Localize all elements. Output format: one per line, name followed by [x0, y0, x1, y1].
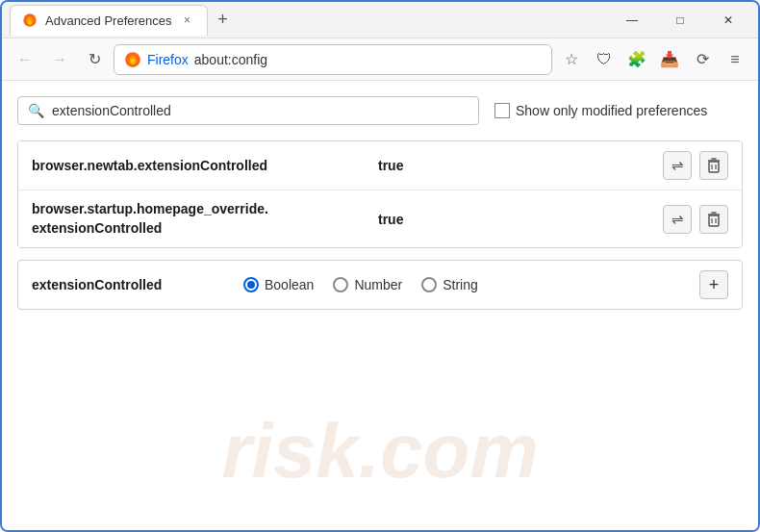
tab-favicon-icon	[22, 13, 38, 28]
type-string-option[interactable]: String	[421, 277, 478, 292]
browser-toolbar: ← → ↻ Firefox about:config ☆ 🛡 🧩 📥 ⟳ ≡	[2, 38, 758, 81]
type-boolean-option[interactable]: Boolean	[243, 277, 314, 292]
results-table: browser.newtab.extensionControlled true …	[17, 140, 743, 248]
delete-button-2[interactable]	[699, 205, 728, 234]
tab-title: Advanced Preferences	[45, 13, 172, 28]
show-modified-checkbox[interactable]	[494, 103, 510, 118]
address-url: about:config	[194, 52, 267, 67]
menu-icon[interactable]: ≡	[720, 44, 750, 75]
maximize-button[interactable]: □	[658, 5, 702, 36]
row-actions-1: ⇌	[663, 151, 728, 180]
reload-button[interactable]: ↻	[79, 44, 110, 75]
close-window-button[interactable]: ✕	[706, 5, 750, 36]
svg-point-5	[131, 58, 136, 63]
download-icon[interactable]: 📥	[654, 44, 685, 75]
title-bar: Advanced Preferences × + — □ ✕	[2, 2, 758, 38]
search-field-wrap[interactable]: 🔍	[17, 96, 479, 125]
search-icon: 🔍	[28, 103, 44, 118]
new-pref-name-label: extensionControlled	[32, 277, 224, 292]
boolean-label: Boolean	[265, 277, 314, 292]
pref-name-1: browser.newtab.extensionControlled	[32, 158, 378, 173]
address-bar[interactable]: Firefox about:config	[114, 44, 552, 75]
table-row: browser.startup.homepage_override.extens…	[18, 190, 742, 247]
forward-button[interactable]: →	[44, 44, 75, 75]
row-actions-2: ⇌	[663, 205, 728, 234]
type-number-option[interactable]: Number	[333, 277, 402, 292]
close-tab-button[interactable]: ×	[180, 13, 195, 28]
new-tab-button[interactable]: +	[210, 7, 237, 34]
browser-tab[interactable]: Advanced Preferences ×	[10, 5, 208, 36]
show-modified-label: Show only modified preferences	[516, 103, 707, 118]
minimize-button[interactable]: —	[610, 5, 654, 36]
main-content: 🔍 Show only modified preferences browser…	[2, 81, 758, 532]
search-row: 🔍 Show only modified preferences	[17, 96, 743, 125]
boolean-radio[interactable]	[243, 277, 259, 292]
add-preference-button[interactable]: +	[699, 270, 728, 299]
search-input[interactable]	[52, 103, 469, 118]
watermark: risk.com	[221, 407, 538, 495]
show-modified-filter[interactable]: Show only modified preferences	[494, 103, 707, 118]
trash-icon	[707, 158, 721, 173]
firefox-logo-icon	[124, 51, 141, 68]
shield-icon[interactable]: 🛡	[589, 44, 620, 75]
sync-icon[interactable]: ⟳	[687, 44, 718, 75]
svg-rect-6	[709, 162, 719, 172]
table-row: browser.newtab.extensionControlled true …	[18, 141, 742, 190]
pref-name-2: browser.startup.homepage_override.extens…	[32, 200, 378, 238]
bookmark-icon[interactable]: ☆	[556, 44, 587, 75]
toggle-button-1[interactable]: ⇌	[663, 151, 692, 180]
pref-value-2: true	[378, 212, 663, 227]
string-radio[interactable]	[421, 277, 437, 292]
delete-button-1[interactable]	[699, 151, 728, 180]
toggle-button-2[interactable]: ⇌	[663, 205, 692, 234]
trash-icon	[707, 212, 721, 227]
svg-point-2	[28, 19, 32, 24]
window-controls: — □ ✕	[610, 5, 750, 36]
type-radio-group: Boolean Number String	[243, 277, 680, 292]
address-browser-name: Firefox	[147, 52, 189, 67]
new-preference-row: extensionControlled Boolean Number Strin…	[17, 260, 743, 310]
number-radio[interactable]	[333, 277, 348, 292]
back-button[interactable]: ←	[10, 44, 40, 75]
svg-rect-11	[709, 215, 719, 226]
string-label: String	[443, 277, 478, 292]
number-label: Number	[354, 277, 402, 292]
extension-icon[interactable]: 🧩	[621, 44, 652, 75]
pref-value-1: true	[378, 158, 663, 173]
toolbar-icons: ☆ 🛡 🧩 📥 ⟳ ≡	[556, 44, 750, 75]
